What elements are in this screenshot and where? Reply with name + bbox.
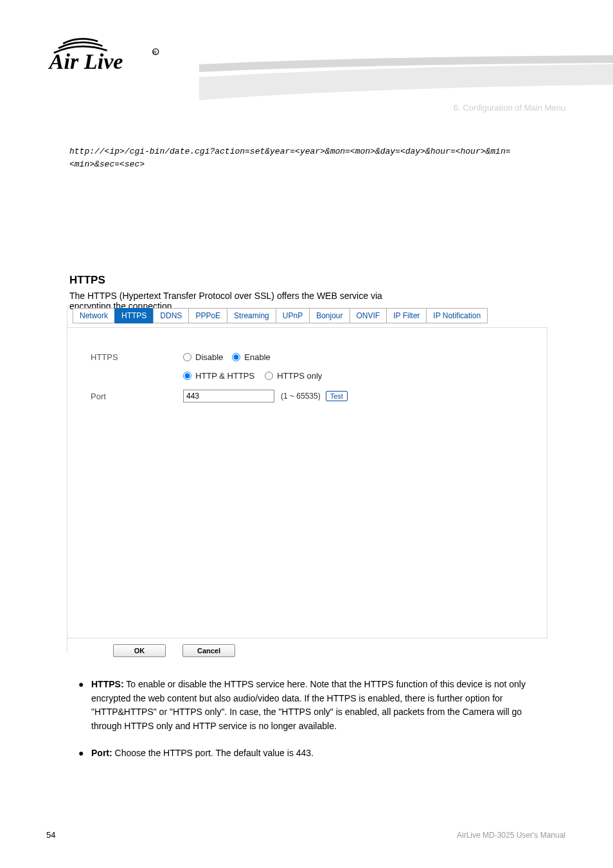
bullet-icon: ● [69,678,91,734]
radio-disable[interactable] [183,353,191,361]
radio-http-and-https-label: HTTP & HTTPS [195,371,254,381]
section-heading: HTTPS [69,274,105,287]
tab-https[interactable]: HTTPS [114,308,154,323]
footer-manual-title: AirLive MD-3025 User's Manual [457,831,565,840]
tab-ipnotification[interactable]: IP Notification [426,308,488,323]
bullet-icon: ● [69,746,91,761]
bullet-https-body: To enable or disable the HTTPS service h… [91,679,526,731]
radio-http-and-https[interactable] [183,372,191,380]
config-panel: Network HTTPS DDNS PPPoE Streaming UPnP … [67,305,547,653]
port-hint: (1 ~ 65535) [281,392,321,401]
tab-pppoe[interactable]: PPPoE [188,308,227,323]
radio-disable-label: Disable [195,352,223,362]
https-row-label: HTTPS [67,352,183,362]
tab-onvif[interactable]: ONVIF [350,308,387,323]
test-button[interactable]: Test [326,391,348,401]
svg-text:R: R [154,50,157,55]
tab-ddns[interactable]: DDNS [153,308,189,323]
tab-upnp[interactable]: UPnP [276,308,310,323]
radio-https-only[interactable] [265,372,273,380]
brand-logo: Air Live R [46,31,175,80]
svg-text:Air Live: Air Live [48,50,123,73]
port-row-label: Port [67,392,183,401]
chapter-label: 6. Configuration of Main Menu [454,103,565,114]
code-example: http://<ip>/cgi-bin/date.cgi?action=set&… [69,145,546,171]
tab-strip: Network HTTPS DDNS PPPoE Streaming UPnP … [73,308,547,323]
tab-network[interactable]: Network [73,308,115,323]
bullet-port-body: Choose the HTTPS port. The default value… [112,748,314,758]
bullet-https-title: HTTPS: [91,679,124,689]
cancel-button[interactable]: Cancel [182,644,235,657]
radio-https-only-label: HTTPS only [277,371,322,381]
bullet-list: ● HTTPS: To enable or disable the HTTPS … [69,678,545,773]
ok-button[interactable]: OK [113,644,166,657]
radio-enable[interactable] [232,353,240,361]
tab-streaming[interactable]: Streaming [227,308,276,323]
tab-ipfilter[interactable]: IP Filter [386,308,427,323]
tab-bonjour[interactable]: Bonjour [309,308,350,323]
panel-body: HTTPS Disable Enable HTTP & HTTPS HTTPS … [67,327,547,638]
page-number: 54 [46,830,55,840]
port-input[interactable] [183,390,274,402]
bullet-port-title: Port: [91,748,112,758]
radio-enable-label: Enable [244,352,270,362]
